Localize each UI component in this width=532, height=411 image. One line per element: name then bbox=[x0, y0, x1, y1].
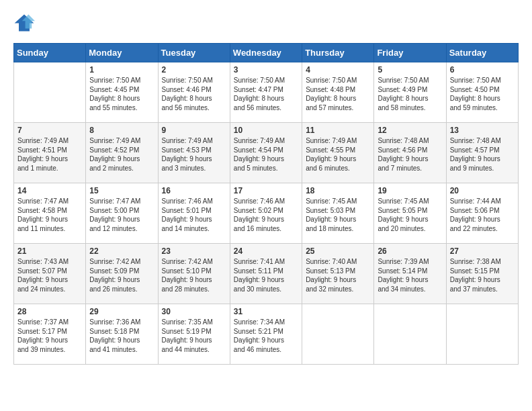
day-info: Sunrise: 7:42 AM Sunset: 5:10 PM Dayligh… bbox=[162, 257, 226, 293]
day-info: Sunrise: 7:49 AM Sunset: 4:55 PM Dayligh… bbox=[306, 136, 370, 173]
day-cell: 8Sunrise: 7:49 AM Sunset: 4:52 PM Daylig… bbox=[86, 123, 158, 183]
day-cell: 24Sunrise: 7:41 AM Sunset: 5:11 PM Dayli… bbox=[230, 244, 302, 304]
day-cell: 1Sunrise: 7:50 AM Sunset: 4:45 PM Daylig… bbox=[86, 62, 158, 123]
day-info: Sunrise: 7:49 AM Sunset: 4:51 PM Dayligh… bbox=[17, 136, 82, 173]
day-info: Sunrise: 7:49 AM Sunset: 4:53 PM Dayligh… bbox=[162, 136, 226, 173]
day-cell: 17Sunrise: 7:46 AM Sunset: 5:02 PM Dayli… bbox=[230, 183, 302, 244]
day-info: Sunrise: 7:38 AM Sunset: 5:15 PM Dayligh… bbox=[450, 257, 515, 293]
day-info: Sunrise: 7:42 AM Sunset: 5:09 PM Dayligh… bbox=[89, 257, 154, 293]
day-cell: 21Sunrise: 7:43 AM Sunset: 5:07 PM Dayli… bbox=[14, 244, 86, 304]
day-number: 3 bbox=[234, 65, 298, 75]
day-cell: 22Sunrise: 7:42 AM Sunset: 5:09 PM Dayli… bbox=[86, 244, 158, 304]
day-cell: 4Sunrise: 7:50 AM Sunset: 4:48 PM Daylig… bbox=[302, 62, 374, 123]
header-row: SundayMondayTuesdayWednesdayThursdayFrid… bbox=[14, 44, 519, 62]
day-cell bbox=[302, 304, 374, 365]
day-number: 4 bbox=[306, 65, 370, 75]
day-info: Sunrise: 7:50 AM Sunset: 4:46 PM Dayligh… bbox=[162, 76, 226, 112]
day-cell: 25Sunrise: 7:40 AM Sunset: 5:13 PM Dayli… bbox=[302, 244, 374, 304]
day-number: 28 bbox=[17, 307, 82, 316]
day-number: 6 bbox=[450, 65, 515, 75]
day-info: Sunrise: 7:39 AM Sunset: 5:14 PM Dayligh… bbox=[378, 257, 442, 293]
day-info: Sunrise: 7:37 AM Sunset: 5:17 PM Dayligh… bbox=[17, 318, 82, 354]
day-cell: 7Sunrise: 7:49 AM Sunset: 4:51 PM Daylig… bbox=[14, 123, 86, 183]
day-info: Sunrise: 7:35 AM Sunset: 5:19 PM Dayligh… bbox=[162, 318, 226, 354]
day-number: 30 bbox=[162, 307, 226, 316]
week-row-3: 14Sunrise: 7:47 AM Sunset: 4:58 PM Dayli… bbox=[14, 183, 519, 244]
day-number: 8 bbox=[89, 126, 154, 135]
day-info: Sunrise: 7:47 AM Sunset: 5:00 PM Dayligh… bbox=[89, 197, 154, 233]
day-cell bbox=[14, 62, 86, 123]
day-info: Sunrise: 7:50 AM Sunset: 4:48 PM Dayligh… bbox=[306, 76, 370, 112]
day-info: Sunrise: 7:47 AM Sunset: 4:58 PM Dayligh… bbox=[17, 197, 82, 233]
day-number: 9 bbox=[162, 126, 226, 135]
day-cell: 18Sunrise: 7:45 AM Sunset: 5:03 PM Dayli… bbox=[302, 183, 374, 244]
day-info: Sunrise: 7:48 AM Sunset: 4:56 PM Dayligh… bbox=[378, 136, 442, 173]
day-number: 25 bbox=[306, 246, 370, 256]
day-info: Sunrise: 7:46 AM Sunset: 5:01 PM Dayligh… bbox=[162, 197, 226, 233]
day-cell: 15Sunrise: 7:47 AM Sunset: 5:00 PM Dayli… bbox=[86, 183, 158, 244]
day-header-friday: Friday bbox=[374, 44, 446, 62]
day-info: Sunrise: 7:50 AM Sunset: 4:47 PM Dayligh… bbox=[234, 76, 298, 112]
day-info: Sunrise: 7:44 AM Sunset: 5:06 PM Dayligh… bbox=[450, 197, 515, 233]
day-number: 2 bbox=[162, 65, 226, 75]
day-number: 15 bbox=[89, 186, 154, 195]
day-header-thursday: Thursday bbox=[302, 44, 374, 62]
day-number: 19 bbox=[378, 186, 442, 195]
day-cell: 26Sunrise: 7:39 AM Sunset: 5:14 PM Dayli… bbox=[374, 244, 446, 304]
day-cell: 9Sunrise: 7:49 AM Sunset: 4:53 PM Daylig… bbox=[158, 123, 230, 183]
day-info: Sunrise: 7:50 AM Sunset: 4:49 PM Dayligh… bbox=[378, 76, 442, 112]
day-cell: 31Sunrise: 7:34 AM Sunset: 5:21 PM Dayli… bbox=[230, 304, 302, 365]
day-cell: 2Sunrise: 7:50 AM Sunset: 4:46 PM Daylig… bbox=[158, 62, 230, 123]
day-header-saturday: Saturday bbox=[446, 44, 518, 62]
day-number: 26 bbox=[378, 246, 442, 256]
page-header bbox=[13, 13, 519, 32]
day-number: 16 bbox=[162, 186, 226, 195]
day-info: Sunrise: 7:36 AM Sunset: 5:18 PM Dayligh… bbox=[89, 318, 154, 354]
day-cell: 27Sunrise: 7:38 AM Sunset: 5:15 PM Dayli… bbox=[446, 244, 518, 304]
day-number: 23 bbox=[162, 246, 226, 256]
day-info: Sunrise: 7:50 AM Sunset: 4:45 PM Dayligh… bbox=[89, 76, 154, 112]
day-cell: 6Sunrise: 7:50 AM Sunset: 4:50 PM Daylig… bbox=[446, 62, 518, 123]
day-info: Sunrise: 7:48 AM Sunset: 4:57 PM Dayligh… bbox=[450, 136, 515, 173]
day-info: Sunrise: 7:50 AM Sunset: 4:50 PM Dayligh… bbox=[450, 76, 515, 112]
day-number: 20 bbox=[450, 186, 515, 195]
day-cell: 30Sunrise: 7:35 AM Sunset: 5:19 PM Dayli… bbox=[158, 304, 230, 365]
day-cell: 28Sunrise: 7:37 AM Sunset: 5:17 PM Dayli… bbox=[14, 304, 86, 365]
week-row-5: 28Sunrise: 7:37 AM Sunset: 5:17 PM Dayli… bbox=[14, 304, 519, 365]
day-number: 31 bbox=[234, 307, 298, 316]
day-cell: 11Sunrise: 7:49 AM Sunset: 4:55 PM Dayli… bbox=[302, 123, 374, 183]
day-number: 14 bbox=[17, 186, 82, 195]
day-number: 24 bbox=[234, 246, 298, 256]
day-cell: 29Sunrise: 7:36 AM Sunset: 5:18 PM Dayli… bbox=[86, 304, 158, 365]
day-info: Sunrise: 7:49 AM Sunset: 4:54 PM Dayligh… bbox=[234, 136, 298, 173]
day-cell: 14Sunrise: 7:47 AM Sunset: 4:58 PM Dayli… bbox=[14, 183, 86, 244]
day-number: 18 bbox=[306, 186, 370, 195]
day-number: 17 bbox=[234, 186, 298, 195]
week-row-4: 21Sunrise: 7:43 AM Sunset: 5:07 PM Dayli… bbox=[14, 244, 519, 304]
day-number: 12 bbox=[378, 126, 442, 135]
day-number: 29 bbox=[89, 307, 154, 316]
day-cell: 3Sunrise: 7:50 AM Sunset: 4:47 PM Daylig… bbox=[230, 62, 302, 123]
calendar-table: SundayMondayTuesdayWednesdayThursdayFrid… bbox=[13, 43, 519, 365]
day-number: 7 bbox=[17, 126, 82, 135]
day-info: Sunrise: 7:45 AM Sunset: 5:03 PM Dayligh… bbox=[306, 197, 370, 233]
day-cell: 10Sunrise: 7:49 AM Sunset: 4:54 PM Dayli… bbox=[230, 123, 302, 183]
day-number: 11 bbox=[306, 126, 370, 135]
day-header-sunday: Sunday bbox=[14, 44, 86, 62]
day-header-wednesday: Wednesday bbox=[230, 44, 302, 62]
day-cell: 19Sunrise: 7:45 AM Sunset: 5:05 PM Dayli… bbox=[374, 183, 446, 244]
day-number: 22 bbox=[89, 246, 154, 256]
day-cell: 20Sunrise: 7:44 AM Sunset: 5:06 PM Dayli… bbox=[446, 183, 518, 244]
logo-icon bbox=[13, 13, 35, 32]
day-cell bbox=[374, 304, 446, 365]
day-number: 21 bbox=[17, 246, 82, 256]
day-cell: 12Sunrise: 7:48 AM Sunset: 4:56 PM Dayli… bbox=[374, 123, 446, 183]
day-info: Sunrise: 7:40 AM Sunset: 5:13 PM Dayligh… bbox=[306, 257, 370, 293]
day-header-tuesday: Tuesday bbox=[158, 44, 230, 62]
day-number: 13 bbox=[450, 126, 515, 135]
day-info: Sunrise: 7:43 AM Sunset: 5:07 PM Dayligh… bbox=[17, 257, 82, 293]
day-cell: 16Sunrise: 7:46 AM Sunset: 5:01 PM Dayli… bbox=[158, 183, 230, 244]
week-row-1: 1Sunrise: 7:50 AM Sunset: 4:45 PM Daylig… bbox=[14, 62, 519, 123]
day-number: 1 bbox=[89, 65, 154, 75]
day-cell: 13Sunrise: 7:48 AM Sunset: 4:57 PM Dayli… bbox=[446, 123, 518, 183]
